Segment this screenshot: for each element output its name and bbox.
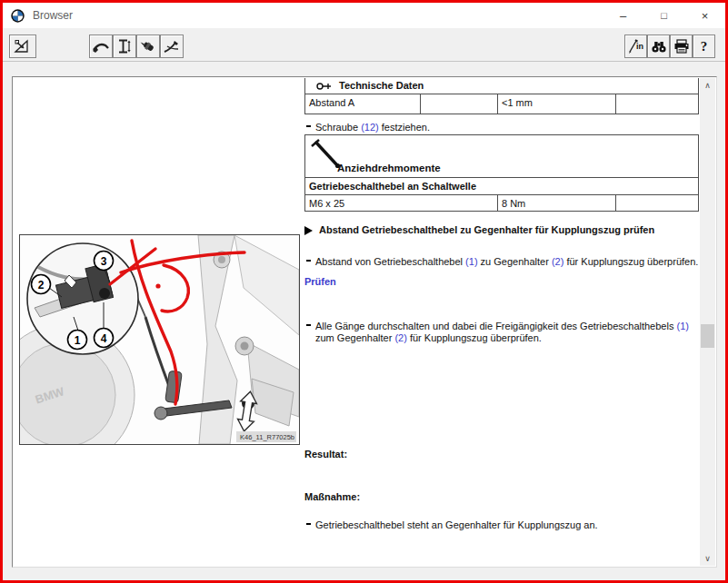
unit-conversion-button[interactable]: in xyxy=(624,35,647,58)
part-reference-link[interactable]: (1) xyxy=(465,256,477,267)
tech-cell-empty2 xyxy=(616,94,698,114)
tech-data-table: Technische Daten Abstand A <1 mm xyxy=(304,78,699,114)
callout-4: 4 xyxy=(101,332,107,345)
special-tool-icon xyxy=(163,39,181,54)
torque-cell-empty xyxy=(616,195,698,211)
vertical-scrollbar[interactable]: ∧ ∨ xyxy=(700,78,715,566)
technical-illustration: BMW xyxy=(19,234,300,445)
result-bullet: Getriebeschalthebel steht an Gegenhalter… xyxy=(304,519,699,531)
tech-data-title: Technische Daten xyxy=(339,80,424,92)
document-page: BMW xyxy=(14,78,699,566)
callout-3: 3 xyxy=(101,255,107,268)
torque-row: M6 x 25 8 Nm xyxy=(305,195,698,211)
search-button[interactable] xyxy=(647,35,670,58)
text-segment: zum Gegenhalter xyxy=(315,332,394,343)
massnahme-label: Maßnahme: xyxy=(304,491,699,503)
section-arrow-icon xyxy=(304,226,313,235)
operating-fluids-button[interactable] xyxy=(136,35,160,58)
grease-pen-icon xyxy=(139,39,157,54)
torque-title: Anziehdrehmomente xyxy=(337,163,441,174)
text-segment: für Kupplungszug überprüfen. xyxy=(407,332,542,343)
lift-stand-icon xyxy=(116,38,133,54)
section-heading: Abstand Getriebeschalthebel zu Gegenhalt… xyxy=(304,224,699,236)
wrench-icon xyxy=(92,39,110,54)
graphic-overview-button[interactable] xyxy=(9,35,36,58)
section-heading-text: Abstand Getriebeschalthebel zu Gegenhalt… xyxy=(319,224,654,236)
callout-2: 2 xyxy=(38,279,45,292)
window-title: Browser xyxy=(33,9,73,22)
toolbar-separator xyxy=(3,61,725,62)
torque-table: Anziehdrehmomente Getriebeschalthebel an… xyxy=(304,134,699,212)
text-segment: Schraube xyxy=(315,122,361,133)
scroll-up-arrow[interactable]: ∧ xyxy=(700,78,715,93)
torque-cell-bolt: M6 x 25 xyxy=(305,195,498,211)
tech-cell-empty1 xyxy=(421,94,498,114)
torque-subtitle: Getriebeschalthebel an Schaltwelle xyxy=(305,178,698,195)
tech-data-header: Technische Daten xyxy=(305,78,698,94)
instruction-bullet: Abstand von Getriebeschalthebel (1) zu G… xyxy=(304,256,699,268)
resultat-label: Resultat: xyxy=(304,449,699,460)
torque-cell-value: 8 Nm xyxy=(498,195,616,211)
text-column: Technische Daten Abstand A <1 mm Schraub… xyxy=(304,78,699,173)
caliper-icon xyxy=(316,82,332,91)
help-button[interactable]: ? xyxy=(693,35,715,58)
tech-cell-label: Abstand A xyxy=(305,94,421,114)
illustration-caption: K46_11_R77025b xyxy=(240,433,294,441)
bmw-logo-icon xyxy=(11,9,25,23)
graphic-overview-icon xyxy=(14,38,32,54)
printer-icon xyxy=(673,39,690,54)
units-label: in xyxy=(636,42,643,51)
instruction-bullet: Alle Gänge durchschalten und dabei die F… xyxy=(304,321,699,344)
document-panel: BMW xyxy=(12,76,717,568)
browser-window: Browser – □ × xyxy=(0,0,728,583)
help-icon: ? xyxy=(701,39,708,54)
tech-cell-value: <1 mm xyxy=(498,94,616,114)
text-segment: Alle Gänge durchschalten und dabei die F… xyxy=(315,321,676,331)
torque-header: Anziehdrehmomente xyxy=(305,135,698,178)
pruefen-heading: Prüfen xyxy=(304,276,699,288)
part-reference-link[interactable]: (2) xyxy=(552,256,563,267)
tech-data-row: Abstand A <1 mm xyxy=(305,94,698,114)
illustration-graphic: BMW xyxy=(20,235,299,444)
repair-instructions-button[interactable] xyxy=(89,35,113,58)
maximize-button[interactable]: □ xyxy=(643,3,684,28)
part-reference-link[interactable]: (2) xyxy=(394,332,406,343)
text-segment: zu Gegenhalter xyxy=(478,256,552,267)
minimize-button[interactable]: – xyxy=(603,3,643,28)
text-segment: Getriebeschalthebel steht an Gegenhalter… xyxy=(315,519,598,530)
close-button[interactable]: × xyxy=(684,3,725,28)
callout-1: 1 xyxy=(75,334,81,347)
titlebar[interactable]: Browser – □ × xyxy=(3,3,725,28)
text-segment: für Kupplungszug überprüfen. xyxy=(563,256,698,267)
text-segment: Abstand von Getriebeschalthebel xyxy=(315,256,465,267)
special-tools-button[interactable] xyxy=(160,35,184,58)
workshop-equipment-button[interactable] xyxy=(113,35,136,58)
text-segment: festziehen. xyxy=(379,122,430,133)
binoculars-icon xyxy=(651,40,667,54)
scroll-down-arrow[interactable]: ∨ xyxy=(700,551,715,566)
part-reference-link[interactable]: (12) xyxy=(361,122,379,133)
print-button[interactable] xyxy=(670,35,693,58)
instruction-bullet: Schraube (12) festziehen. xyxy=(304,122,699,133)
part-reference-link[interactable]: (1) xyxy=(676,321,688,331)
scroll-thumb[interactable] xyxy=(701,324,714,348)
